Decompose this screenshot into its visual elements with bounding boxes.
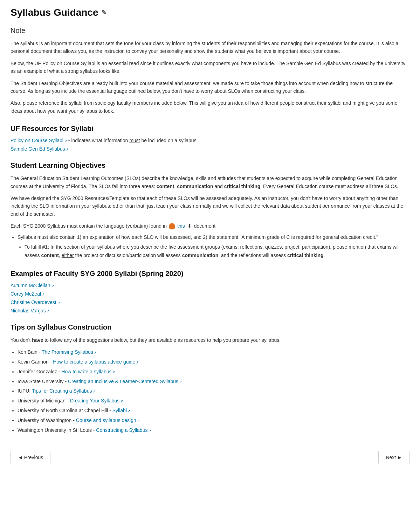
- sample-syllabus-link-row: Sample Gen Ed Syllabus↗: [11, 146, 409, 152]
- download-icon: ⬇: [187, 222, 192, 230]
- policy-link-row: Policy on Course Syllabi↗ - indicates wh…: [11, 138, 409, 143]
- how-to-write-link[interactable]: How to write a syllabus: [61, 369, 111, 374]
- slo-bullet-1: Syllabus must also contain 1) an explana…: [18, 233, 409, 260]
- external-icon-6: ↗: [47, 309, 49, 313]
- verbatim-text-after: document: [194, 222, 215, 230]
- uf-resources-heading: UF Resources for Syllabi: [11, 125, 409, 133]
- nicholas-link-row: Nicholas Vargas↗: [11, 308, 409, 313]
- christine-link-row: Christine Overdevest↗: [11, 299, 409, 305]
- external-icon-5: ↗: [57, 301, 60, 305]
- inclusive-learner-link[interactable]: Creating an Inclusive & Learner-Centered…: [68, 379, 178, 384]
- sample-gen-ed-syllabus-link[interactable]: Sample Gen Ed Syllabus: [11, 146, 65, 152]
- tips-item-7: University of North Carolina at Chapel H…: [18, 407, 409, 415]
- tips-item-8: University of Washington - Course and sy…: [18, 416, 409, 425]
- tips-item-6: University of Michigan - Creating Your S…: [18, 397, 409, 405]
- slo-bullet-list: Syllabus must also contain 1) an explana…: [18, 233, 409, 260]
- autumn-mcclellan-link[interactable]: Autumn McClellan: [11, 283, 50, 288]
- verbatim-text-before: Each SYG 2000 Syllabus must contain the …: [11, 222, 167, 230]
- course-syllabus-design-link[interactable]: Course and syllabus design: [76, 417, 136, 423]
- external-icon-2: ↗: [66, 147, 69, 151]
- autumn-link-row: Autumn McClellan↗: [11, 283, 409, 288]
- corey-link-row: Corey McZeal↗: [11, 291, 409, 297]
- slo-sub-bullet-1: To fulfill #1: In the section of your sy…: [25, 243, 409, 260]
- edit-icon[interactable]: ✎: [101, 9, 106, 16]
- christine-overdevest-link[interactable]: Christine Overdevest: [11, 299, 56, 305]
- note-para-4: Also, please reference the syllabi from …: [11, 99, 409, 115]
- tips-item-4: Iowa State University - Creating an Incl…: [18, 378, 409, 386]
- policy-on-course-syllabi-link[interactable]: Policy on Course Syllabi: [11, 138, 63, 143]
- verbatim-line: Each SYG 2000 Syllabus must contain the …: [11, 222, 409, 230]
- creating-your-syllabus-link[interactable]: Creating Your Syllabus: [70, 398, 119, 403]
- corey-mczeal-link[interactable]: Corey McZeal: [11, 291, 41, 297]
- slo-para-1: The General Education Student Learning O…: [11, 174, 409, 190]
- promising-syllabus-link[interactable]: The Promising Syllabus: [42, 349, 93, 355]
- syllabi-link[interactable]: Syllabi: [112, 408, 127, 413]
- tips-intro: You don't have to follow any of the sugg…: [11, 336, 409, 344]
- next-button[interactable]: Next ►: [378, 451, 409, 464]
- tips-list: Ken Bain - The Promising Syllabus↗ Kevin…: [18, 348, 409, 434]
- tips-item-9: Washington University in St. Louis - Con…: [18, 426, 409, 435]
- constructing-syllabus-link[interactable]: Constructing a Syllabus: [96, 427, 147, 433]
- how-to-create-link[interactable]: How to create a syllabus advice guide: [53, 359, 135, 365]
- previous-button[interactable]: ◄ Previous: [11, 451, 50, 464]
- note-para-2: Below, the UF Policy on Course Syllabi i…: [11, 60, 409, 75]
- tips-creating-link[interactable]: Tips for Creating a Syllabus: [32, 388, 92, 394]
- note-para-3: The Student Learning Objectives are alre…: [11, 80, 409, 95]
- note-heading: Note: [11, 27, 409, 35]
- page-title: Syllabus Guidance ✎: [11, 7, 409, 18]
- slo-heading: Student Learning Objectives: [11, 161, 409, 170]
- nicholas-vargas-link[interactable]: Nicholas Vargas: [11, 308, 46, 313]
- verbatim-this-link[interactable]: this: [177, 222, 185, 230]
- slo-para-2: We have designed the SYG 2000 Resources/…: [11, 194, 409, 218]
- note-para-1: The syllabus is an important document th…: [11, 40, 409, 55]
- external-icon-4: ↗: [42, 292, 44, 296]
- policy-description: - indicates what information must be inc…: [68, 138, 197, 143]
- tips-item-2: Kevin Gannon - How to create a syllabus …: [18, 358, 409, 366]
- fire-icon: [169, 223, 175, 229]
- tips-heading: Tips on Syllabus Construction: [11, 323, 409, 331]
- tips-item-1: Ken Bain - The Promising Syllabus↗: [18, 348, 409, 357]
- external-icon-3: ↗: [51, 284, 54, 288]
- tips-item-5: IUPUI Tips for Creating a Syllabus↗: [18, 387, 409, 395]
- nav-footer: ◄ Previous Next ►: [11, 445, 409, 464]
- slo-sub-list: To fulfill #1: In the section of your sy…: [25, 243, 409, 260]
- examples-heading: Examples of Faculty SYG 2000 Syllabi (Sp…: [11, 270, 409, 278]
- external-icon-1: ↗: [64, 139, 67, 143]
- tips-item-3: Jennifer Gonzalez - How to write a sylla…: [18, 368, 409, 376]
